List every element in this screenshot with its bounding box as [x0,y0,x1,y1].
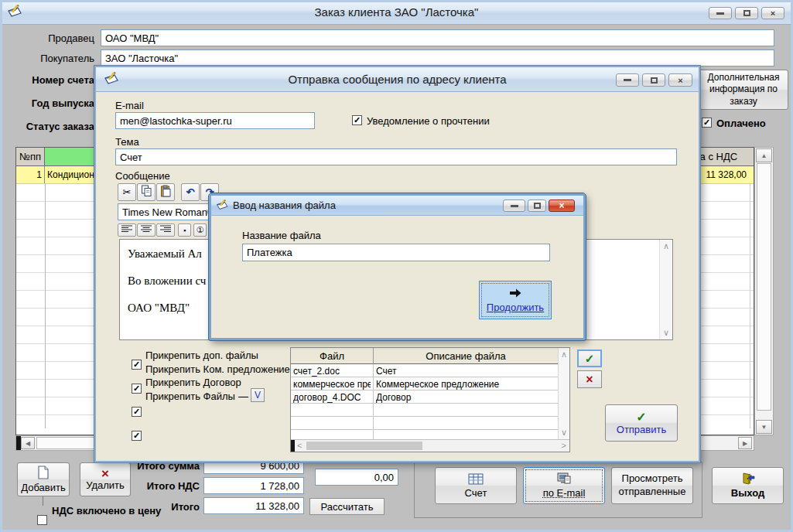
triangle-down-icon: ▼ [761,424,767,431]
compose-mail-icon [216,199,230,215]
scissors-icon: ✂ [123,186,132,198]
send-button[interactable]: ✓ Отправить [605,404,678,442]
total-vat-label: Итого НДС [93,480,200,492]
cut-button[interactable]: ✂ [118,183,136,201]
main-window-title: Заказ клиента ЗАО "Ласточка" [0,0,793,25]
chevron-right-icon[interactable]: > [562,441,566,450]
file-name-input[interactable] [242,244,550,261]
chevron-down-icon[interactable]: ∨ [561,428,567,438]
attach-extra-files-checkbox[interactable]: ✓ [132,360,142,370]
vat-included-checkbox[interactable] [37,515,47,525]
view-sent-button[interactable]: Просмотреть отправленные [611,467,693,504]
add-button-label: Добавить [21,482,65,493]
attachments-table: Файл Описание файла счет_2.doc Счет комм… [290,347,570,452]
file-row-empty[interactable] [291,417,558,430]
items-col-npp[interactable]: №пп [16,148,45,166]
additional-info-button[interactable]: Дополнительная информация по заказу [699,70,788,110]
dialog-minimize-button[interactable] [616,73,639,87]
undo-button[interactable]: ↶ [181,183,200,201]
scroll-up-button[interactable]: ▲ [756,148,772,162]
message-label: Сообщение [115,170,170,182]
dialog-close-button[interactable]: × [549,200,575,212]
invoice-table-icon [468,473,484,487]
numbered-list-button[interactable]: ① [193,223,207,237]
dialog-restore-button[interactable] [528,200,546,212]
total-vat-field[interactable] [203,477,304,494]
attach-offer-checkbox[interactable]: ✓ [132,384,142,394]
file-row-empty[interactable] [291,404,558,417]
minimize-button[interactable] [709,7,732,19]
cell-divider [373,377,374,390]
scroll-right-button[interactable]: ▶ [738,437,752,449]
close-button[interactable]: × [761,7,784,19]
row-num: 1 [16,166,45,183]
hscroll-thumb[interactable] [306,442,422,450]
vscroll-thumb[interactable] [757,163,771,411]
paid-checkbox[interactable]: ✓ [702,118,712,128]
chevron-left-icon[interactable]: < [297,441,302,450]
align-center-button[interactable] [137,223,156,237]
paste-button[interactable] [156,183,175,201]
file-row[interactable]: договор_4.DOC Договор [291,390,558,404]
send-dialog-title: Отправка сообщения по адресу клиента [96,67,699,92]
file-desc-cell: Договор [376,392,554,403]
file-column-header[interactable]: Файл [291,348,374,364]
read-receipt-checkbox[interactable]: ✓ [352,115,362,125]
attach-contract-checkbox[interactable]: ✓ [132,407,142,417]
chevron-down-icon[interactable]: ∨ [663,328,669,338]
invoice-number-label: Номер счета [14,74,94,86]
connector-line [43,496,43,506]
font-select[interactable]: Times New Roman ∨ [118,203,214,220]
email-button[interactable]: по E-mail [523,467,605,504]
hscroll-notch [291,440,295,452]
numbered-list-icon: ① [197,225,204,235]
status-label: Статус заказа [14,121,94,132]
seller-input[interactable] [101,29,774,46]
buyer-label: Покупатель [15,53,94,64]
restore-button[interactable] [735,7,758,19]
restore-icon [743,10,750,16]
files-v-button[interactable]: V [251,388,265,402]
recalculate-button[interactable]: Рассчитать [309,498,385,515]
paste-icon [160,185,172,200]
message-vscrollbar[interactable]: ∧ ∨ [659,240,672,339]
files-vscrollbar[interactable]: ∧ ∨ [558,348,569,439]
buyer-input[interactable] [101,49,774,66]
copy-icon [141,185,152,200]
continue-button-label: Продолжить [487,302,544,313]
attach-contract-label: Прикрепить Договор [145,377,241,388]
align-right-button[interactable] [156,223,175,237]
file-row[interactable]: коммерческое предло Коммерческое предлож… [291,377,558,390]
files-hscrollbar[interactable]: < > [291,439,569,452]
dialog-close-button[interactable]: × [668,73,692,87]
chevron-up-icon[interactable]: ∧ [663,241,669,251]
scroll-down-button[interactable]: ▼ [756,420,772,434]
email-input[interactable] [115,112,315,129]
dialog-minimize-button[interactable] [503,200,525,212]
items-vscrollbar[interactable]: ▲ ▼ [754,147,774,435]
continue-button[interactable]: Продолжить [479,281,552,319]
attach-files-checkbox[interactable]: ✓ [132,431,142,441]
subject-input[interactable] [115,148,677,165]
checkmark-icon: ✓ [354,116,361,124]
chevron-up-icon[interactable]: ∧ [561,350,567,360]
file-row-empty[interactable] [291,430,558,439]
minimize-icon [624,79,631,81]
exit-button[interactable]: Выход [712,467,784,504]
bullet-list-button[interactable]: ▪ [178,223,191,237]
extra-amount-field[interactable] [315,469,398,486]
align-left-button[interactable] [118,223,136,237]
description-column-header[interactable]: Описание файла [374,348,558,364]
copy-button[interactable] [137,183,156,201]
confirm-attachment-button[interactable]: ✓ [577,350,602,367]
total-field[interactable] [203,497,304,514]
add-button[interactable]: Добавить [17,462,70,496]
file-row[interactable]: счет_2.doc Счет [291,364,558,377]
invoice-button[interactable]: Счет [435,467,517,504]
attach-files-label: Прикрепить Файлы [145,390,235,402]
main-titlebar: Заказ клиента ЗАО "Ласточка" × [0,0,793,25]
dialog-restore-button[interactable] [642,73,665,87]
remove-attachment-button[interactable]: × [577,370,602,388]
scroll-left-button[interactable]: ◀ [21,437,35,449]
cell-divider [373,364,374,377]
